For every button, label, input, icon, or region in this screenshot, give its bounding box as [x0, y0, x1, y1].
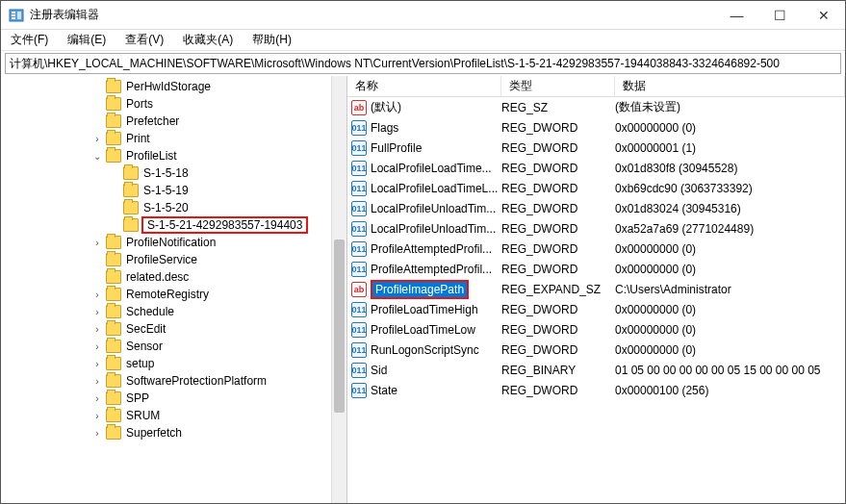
- tree-item[interactable]: ⌄ProfileList: [1, 147, 346, 164]
- list-row[interactable]: 011LocalProfileUnloadTim...REG_DWORD0xa5…: [347, 218, 845, 239]
- tree-item[interactable]: ›Schedule: [1, 303, 346, 320]
- tree-item[interactable]: ›Sensor: [1, 338, 346, 355]
- tree-item[interactable]: S-1-5-20: [1, 199, 346, 216]
- tree-item[interactable]: ›ProfileNotification: [1, 234, 346, 251]
- value-name: Flags: [371, 121, 398, 135]
- list-row[interactable]: 011ProfileLoadTimeHighREG_DWORD0x0000000…: [347, 299, 845, 319]
- tree-item[interactable]: S-1-5-18: [1, 164, 346, 182]
- list-row[interactable]: 011FlagsREG_DWORD0x00000000 (0): [347, 117, 845, 138]
- folder-icon: [106, 288, 121, 301]
- tree-item[interactable]: ›SoftwareProtectionPlatform: [1, 372, 346, 390]
- menu-help[interactable]: 帮助(H): [248, 30, 295, 50]
- value-name: ProfileAttemptedProfil...: [371, 242, 492, 256]
- chevron-right-icon[interactable]: ›: [91, 359, 103, 369]
- tree-item-label: S-1-5-20: [141, 201, 191, 214]
- folder-icon: [106, 97, 121, 111]
- column-name[interactable]: 名称: [347, 76, 501, 96]
- value-data: 0xb69cdc90 (3063733392): [615, 182, 845, 195]
- value-name: LocalProfileLoadTime...: [371, 162, 492, 175]
- value-data: 0x00000100 (256): [615, 384, 845, 397]
- column-data[interactable]: 数据: [615, 76, 845, 96]
- tree-item[interactable]: ›RemoteRegistry: [1, 286, 346, 303]
- value-list[interactable]: 名称 类型 数据 ab(默认)REG_SZ(数值未设置)011FlagsREG_…: [347, 76, 845, 503]
- menu-edit[interactable]: 编辑(E): [64, 30, 110, 50]
- tree-item-label: Superfetch: [124, 426, 184, 440]
- value-name: FullProfile: [371, 141, 422, 155]
- value-data: 0x00000001 (1): [615, 141, 845, 155]
- binary-value-icon: 011: [351, 262, 367, 277]
- chevron-right-icon[interactable]: ›: [91, 411, 103, 421]
- list-row[interactable]: abProfileImagePathREG_EXPAND_SZC:\Users\…: [347, 279, 845, 299]
- tree-scrollbar[interactable]: [331, 76, 346, 503]
- address-bar[interactable]: 计算机\HKEY_LOCAL_MACHINE\SOFTWARE\Microsof…: [5, 53, 841, 74]
- list-row[interactable]: 011ProfileLoadTimeLowREG_DWORD0x00000000…: [347, 319, 845, 340]
- tree-item-label: Schedule: [124, 305, 176, 318]
- tree-item[interactable]: ›SRUM: [1, 407, 346, 424]
- value-type: REG_DWORD: [501, 141, 615, 155]
- value-type: REG_DWORD: [501, 242, 615, 256]
- list-row[interactable]: 011SidREG_BINARY01 05 00 00 00 00 00 05 …: [347, 360, 845, 380]
- value-name: ProfileLoadTimeHigh: [371, 303, 478, 316]
- binary-value-icon: 011: [351, 363, 367, 378]
- folder-icon: [123, 201, 139, 214]
- folder-icon: [123, 218, 139, 232]
- tree-item[interactable]: ›Print: [1, 130, 346, 147]
- tree-item[interactable]: Ports: [1, 95, 346, 113]
- value-name: ProfileImagePath: [371, 280, 469, 299]
- chevron-right-icon[interactable]: ›: [91, 307, 103, 317]
- tree-item-label: ProfileList: [124, 149, 179, 163]
- chevron-down-icon[interactable]: ⌄: [91, 151, 103, 162]
- tree-item[interactable]: S-1-5-19: [1, 182, 346, 199]
- list-row[interactable]: 011LocalProfileLoadTimeL...REG_DWORD0xb6…: [347, 178, 845, 198]
- binary-value-icon: 011: [351, 302, 367, 317]
- minimize-button[interactable]: —: [715, 1, 758, 29]
- chevron-right-icon[interactable]: ›: [91, 376, 103, 387]
- list-row[interactable]: 011RunLogonScriptSyncREG_DWORD0x00000000…: [347, 340, 845, 360]
- list-row[interactable]: 011LocalProfileLoadTime...REG_DWORD0x01d…: [347, 158, 845, 178]
- chevron-right-icon[interactable]: ›: [91, 134, 103, 144]
- binary-value-icon: 011: [351, 140, 367, 156]
- list-row[interactable]: 011ProfileAttemptedProfil...REG_DWORD0x0…: [347, 239, 845, 259]
- binary-value-icon: 011: [351, 342, 367, 358]
- menu-favorites[interactable]: 收藏夹(A): [179, 30, 237, 50]
- tree-item[interactable]: Prefetcher: [1, 113, 346, 130]
- list-header[interactable]: 名称 类型 数据: [347, 76, 845, 97]
- folder-icon: [106, 426, 121, 440]
- folder-icon: [106, 391, 121, 405]
- maximize-button[interactable]: ☐: [758, 1, 802, 29]
- chevron-right-icon[interactable]: ›: [91, 290, 103, 300]
- tree-item-label: S-1-5-21-4292983557-194403: [141, 216, 308, 234]
- value-data: 0x00000000 (0): [615, 343, 845, 357]
- binary-value-icon: 011: [351, 383, 367, 398]
- list-row[interactable]: 011LocalProfileUnloadTim...REG_DWORD0x01…: [347, 198, 845, 218]
- menu-view[interactable]: 查看(V): [121, 30, 167, 50]
- list-row[interactable]: 011StateREG_DWORD0x00000100 (256): [347, 380, 845, 400]
- folder-icon: [106, 340, 121, 353]
- chevron-right-icon[interactable]: ›: [91, 428, 103, 439]
- tree-item[interactable]: related.desc: [1, 268, 346, 286]
- tree-item[interactable]: ›SPP: [1, 390, 346, 407]
- list-row[interactable]: 011ProfileAttemptedProfil...REG_DWORD0x0…: [347, 259, 845, 279]
- tree-item[interactable]: PerHwIdStorage: [1, 78, 346, 95]
- list-row[interactable]: ab(默认)REG_SZ(数值未设置): [347, 97, 845, 117]
- menu-file[interactable]: 文件(F): [7, 30, 52, 50]
- tree-item-label: Ports: [124, 97, 155, 111]
- chevron-right-icon[interactable]: ›: [91, 393, 103, 404]
- value-data: 01 05 00 00 00 00 00 05 15 00 00 00 05: [615, 364, 845, 377]
- tree-item[interactable]: ›Superfetch: [1, 424, 346, 441]
- chevron-right-icon[interactable]: ›: [91, 324, 103, 335]
- list-row[interactable]: 011FullProfileREG_DWORD0x00000001 (1): [347, 138, 845, 158]
- close-button[interactable]: ✕: [802, 1, 845, 29]
- tree-item[interactable]: S-1-5-21-4292983557-194403: [1, 216, 346, 234]
- value-name: LocalProfileUnloadTim...: [371, 222, 496, 236]
- tree-item[interactable]: ›setup: [1, 355, 346, 372]
- chevron-right-icon[interactable]: ›: [91, 341, 103, 352]
- chevron-right-icon[interactable]: ›: [91, 238, 103, 248]
- key-tree[interactable]: PerHwIdStoragePortsPrefetcher›Print⌄Prof…: [1, 76, 347, 503]
- tree-item[interactable]: ProfileService: [1, 251, 346, 268]
- column-type[interactable]: 类型: [501, 76, 615, 96]
- tree-item-label: SecEdit: [124, 322, 167, 336]
- tree-item-label: ProfileService: [124, 253, 199, 266]
- folder-icon: [123, 184, 139, 197]
- tree-item[interactable]: ›SecEdit: [1, 320, 346, 338]
